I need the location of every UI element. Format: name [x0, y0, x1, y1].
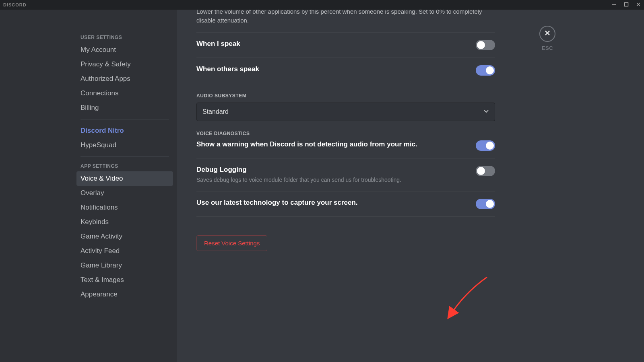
divider [196, 32, 495, 33]
divider [196, 191, 495, 191]
divider [196, 83, 495, 83]
app-body: USER SETTINGS My AccountPrivacy & Safety… [0, 10, 644, 362]
row-debug-logging: Debug Logging Saves debug logs to voice … [196, 166, 495, 184]
sidebar-gutter [0, 10, 76, 362]
row-when-others-speak: When others speak [196, 65, 495, 76]
sidebar-item-hypesquad[interactable]: HypeSquad [76, 138, 173, 152]
section-audio-subsystem: AUDIO SUBSYSTEM [196, 93, 495, 99]
sidebar-item[interactable]: Game Activity [76, 229, 173, 244]
row-label: Use our latest technology to capture you… [196, 199, 358, 207]
divider [196, 216, 495, 217]
close-settings-button[interactable] [539, 26, 555, 42]
sidebar-item[interactable]: Appearance [76, 287, 173, 302]
sidebar-item[interactable]: Activity Feed [76, 244, 173, 258]
sidebar-item[interactable]: Game Library [76, 258, 173, 273]
section-voice-diagnostics: VOICE DIAGNOSTICS [196, 131, 495, 136]
sidebar-item[interactable]: My Account [76, 43, 173, 57]
divider [196, 158, 495, 158]
reset-voice-settings-button[interactable]: Reset Voice Settings [196, 235, 267, 251]
audio-subsystem-select[interactable]: Standard [196, 103, 495, 121]
sidebar-header-user: USER SETTINGS [76, 32, 173, 43]
row-label: When others speak [196, 65, 259, 73]
close-icon [544, 30, 551, 38]
row-diagnostics-warning: Show a warning when Discord is not detec… [196, 140, 495, 151]
sidebar-header-app: APP SETTINGS [76, 161, 173, 171]
sidebar-item[interactable]: Text & Images [76, 273, 173, 287]
row-description: Saves debug logs to voice module folder … [196, 176, 401, 184]
window-titlebar: DISCORD [0, 0, 644, 10]
minimize-icon[interactable] [612, 1, 617, 8]
voice-video-panel: Lower the volume of other applications b… [177, 10, 511, 362]
sidebar-item[interactable]: Voice & Video [76, 171, 173, 186]
row-label: When I speak [196, 40, 240, 48]
sidebar-item[interactable]: Billing [76, 101, 173, 115]
toggle-diagnostics-warning[interactable] [476, 140, 495, 151]
settings-content-area: Lower the volume of other applications b… [177, 10, 644, 362]
toggle-when-others-speak[interactable] [476, 65, 495, 76]
close-tools-column: ESC [511, 10, 584, 362]
sidebar-item-nitro[interactable]: Discord Nitro [76, 123, 173, 138]
esc-label: ESC [542, 45, 553, 51]
sidebar-item[interactable]: Authorized Apps [76, 72, 173, 86]
sidebar-item[interactable]: Connections [76, 86, 173, 101]
divider [196, 58, 495, 58]
sidebar-item[interactable]: Privacy & Safety [76, 57, 173, 72]
chevron-down-icon [483, 108, 489, 115]
window-controls [612, 1, 641, 8]
maximize-icon[interactable] [624, 1, 629, 8]
row-when-i-speak: When I speak [196, 40, 495, 50]
app-brand: DISCORD [3, 2, 27, 7]
settings-sidebar: USER SETTINGS My AccountPrivacy & Safety… [76, 10, 177, 362]
toggle-latest-tech[interactable] [476, 199, 495, 209]
attenuation-description: Lower the volume of other applications b… [196, 10, 495, 25]
sidebar-item[interactable]: Keybinds [76, 215, 173, 229]
select-value: Standard [202, 108, 229, 115]
toggle-when-i-speak[interactable] [476, 40, 495, 50]
sidebar-item[interactable]: Overlay [76, 186, 173, 200]
sidebar-item[interactable]: Notifications [76, 200, 173, 215]
row-latest-tech: Use our latest technology to capture you… [196, 199, 495, 209]
sidebar-separator [80, 156, 169, 157]
row-label: Show a warning when Discord is not detec… [196, 140, 417, 148]
svg-rect-0 [625, 3, 628, 6]
sidebar-separator [80, 119, 169, 119]
close-icon[interactable] [636, 1, 641, 8]
row-label: Debug Logging [196, 166, 401, 174]
toggle-debug-logging[interactable] [476, 166, 495, 176]
